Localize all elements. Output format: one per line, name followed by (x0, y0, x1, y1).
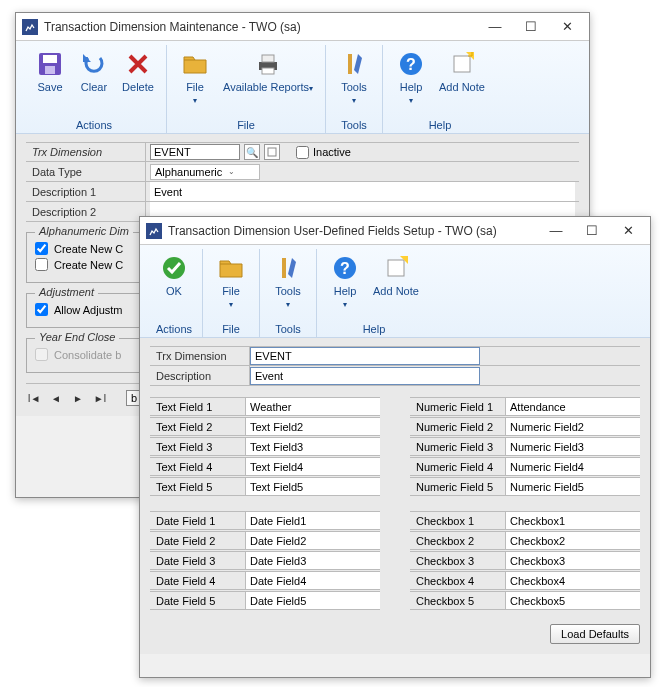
numeric-field-row-5: Numeric Field 5Numeric Field5 (410, 477, 640, 496)
description-value: Event (255, 370, 283, 382)
numeric-field-input[interactable]: Numeric Field3 (506, 438, 640, 455)
save-button[interactable]: Save (30, 47, 70, 95)
numeric-field-label: Numeric Field 3 (410, 438, 506, 455)
file-menu[interactable]: File▾ (175, 47, 215, 108)
text-field-input[interactable]: Weather (246, 398, 380, 415)
add-note-button[interactable]: Add Note (369, 251, 423, 312)
printer-icon (253, 49, 283, 79)
date-field-input[interactable]: Date Field1 (246, 512, 380, 529)
checkbox-field-input[interactable]: Checkbox1 (506, 512, 640, 529)
checkbox-field-input[interactable]: Checkbox5 (506, 592, 640, 609)
checkbox-field-row-2: Checkbox 2Checkbox2 (410, 531, 640, 550)
text-field-input[interactable]: Text Field3 (246, 438, 380, 455)
checkbox-field-input[interactable]: Checkbox2 (506, 532, 640, 549)
date-field-row-1: Date Field 1Date Field1 (150, 511, 380, 530)
maximize-button[interactable]: ☐ (574, 220, 610, 242)
text-field-input[interactable]: Text Field5 (246, 478, 380, 495)
file-menu[interactable]: File▾ (211, 251, 251, 312)
numeric-field-input[interactable]: Numeric Field5 (506, 478, 640, 495)
help-icon: ? (396, 49, 426, 79)
help-menu[interactable]: ? Help▾ (325, 251, 365, 312)
text-field-input[interactable]: Text Field2 (246, 418, 380, 435)
reports-menu[interactable]: Available Reports▾ (219, 47, 317, 108)
chevron-down-icon: ▾ (352, 96, 356, 105)
numeric-field-input[interactable]: Attendance (506, 398, 640, 415)
numeric-field-input[interactable]: Numeric Field4 (506, 458, 640, 475)
checkbox-field-label: Checkbox 4 (410, 572, 506, 589)
note-icon (381, 253, 411, 283)
svg-rect-10 (268, 148, 276, 156)
allow-adjustment-checkbox[interactable] (35, 303, 48, 316)
help-menu[interactable]: ? Help▾ (391, 47, 431, 108)
chevron-down-icon: ▾ (193, 96, 197, 105)
tools-icon (339, 49, 369, 79)
nav-next[interactable]: ► (70, 391, 86, 405)
datatype-select[interactable]: Alphanumeric ⌄ (150, 164, 260, 180)
form-body: Trx Dimension EVENT Description Event Te… (140, 338, 650, 654)
clear-button[interactable]: Clear (74, 47, 114, 95)
date-field-row-3: Date Field 3Date Field3 (150, 551, 380, 570)
udf-setup-window: Transaction Dimension User-Defined Field… (139, 216, 651, 678)
date-field-input[interactable]: Date Field3 (246, 552, 380, 569)
folder-icon (216, 253, 246, 283)
date-field-label: Date Field 2 (150, 532, 246, 549)
svg-rect-9 (454, 56, 470, 72)
date-field-input[interactable]: Date Field4 (246, 572, 380, 589)
svg-rect-4 (262, 55, 274, 62)
svg-rect-15 (388, 260, 404, 276)
checkbox-field-input[interactable]: Checkbox3 (506, 552, 640, 569)
checkbox-field-row-3: Checkbox 3Checkbox3 (410, 551, 640, 570)
trx-dimension-input[interactable] (150, 144, 240, 160)
numeric-field-input[interactable]: Numeric Field2 (506, 418, 640, 435)
nav-last[interactable]: ►I (92, 391, 108, 405)
tools-menu[interactable]: Tools▾ (268, 251, 308, 312)
datatype-label: Data Type (26, 162, 146, 181)
checkbox-field-label: Checkbox 5 (410, 592, 506, 609)
numeric-field-row-1: Numeric Field 1Attendance (410, 397, 640, 416)
checkbox-field-input[interactable]: Checkbox4 (506, 572, 640, 589)
ok-button[interactable]: OK (154, 251, 194, 299)
desc1-input[interactable]: Event (150, 182, 575, 201)
checkbox-field-label: Checkbox 2 (410, 532, 506, 549)
numeric-field-label: Numeric Field 5 (410, 478, 506, 495)
numeric-field-row-4: Numeric Field 4Numeric Field4 (410, 457, 640, 476)
delete-button[interactable]: Delete (118, 47, 158, 95)
text-field-row-2: Text Field 2Text Field2 (150, 417, 380, 436)
inactive-checkbox[interactable] (296, 146, 309, 159)
svg-rect-1 (43, 55, 57, 63)
note-icon (447, 49, 477, 79)
chevron-down-icon: ▾ (343, 300, 347, 309)
create-new-2-checkbox[interactable] (35, 258, 48, 271)
date-field-input[interactable]: Date Field5 (246, 592, 380, 609)
note-button[interactable] (264, 144, 280, 160)
svg-text:?: ? (406, 56, 416, 73)
help-icon: ? (330, 253, 360, 283)
close-button[interactable]: ✕ (610, 220, 646, 242)
checkbox-field-label: Checkbox 1 (410, 512, 506, 529)
titlebar[interactable]: Transaction Dimension Maintenance - TWO … (16, 13, 589, 41)
text-field-label: Text Field 4 (150, 458, 246, 475)
text-field-label: Text Field 5 (150, 478, 246, 495)
minimize-button[interactable]: — (477, 16, 513, 38)
date-field-input[interactable]: Date Field2 (246, 532, 380, 549)
nav-prev[interactable]: ◄ (48, 391, 64, 405)
titlebar[interactable]: Transaction Dimension User-Defined Field… (140, 217, 650, 245)
numeric-field-label: Numeric Field 4 (410, 458, 506, 475)
close-button[interactable]: ✕ (549, 16, 585, 38)
chevron-down-icon: ▾ (409, 96, 413, 105)
text-field-input[interactable]: Text Field4 (246, 458, 380, 475)
delete-icon (123, 49, 153, 79)
tools-menu[interactable]: Tools▾ (334, 47, 374, 108)
chevron-down-icon: ▾ (309, 84, 313, 93)
save-icon (35, 49, 65, 79)
create-new-1-checkbox[interactable] (35, 242, 48, 255)
text-field-row-1: Text Field 1Weather (150, 397, 380, 416)
load-defaults-button[interactable]: Load Defaults (550, 624, 640, 644)
checkbox-field-row-5: Checkbox 5Checkbox5 (410, 591, 640, 610)
maximize-button[interactable]: ☐ (513, 16, 549, 38)
minimize-button[interactable]: — (538, 220, 574, 242)
add-note-button[interactable]: Add Note (435, 47, 489, 108)
date-field-row-4: Date Field 4Date Field4 (150, 571, 380, 590)
lookup-button[interactable]: 🔍 (244, 144, 260, 160)
nav-first[interactable]: I◄ (26, 391, 42, 405)
